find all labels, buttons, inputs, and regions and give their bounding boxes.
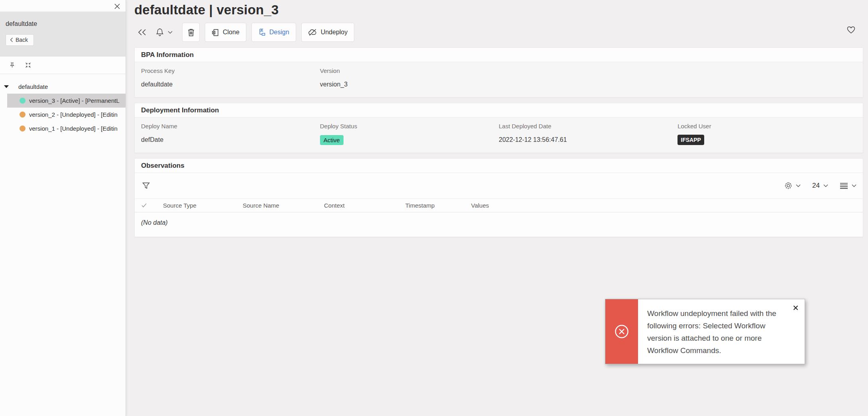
observations-title: Observations [135,159,863,173]
cloud-slash-undeploy-icon [308,29,317,36]
tree-root-label: defaultdate [18,83,48,90]
chevron-down-icon [852,184,856,187]
clone-button-label: Clone [223,29,240,36]
status-dot-active-icon [20,98,26,104]
field-label: Locked User [678,123,856,130]
sidebar-title: defaultdate [6,20,120,27]
field-value: 2022-12-12 13:56:47.61 [499,135,678,145]
field-process-key: Process Key defaultdate [141,67,320,90]
field-deploy-status: Deploy Status Active [320,123,499,145]
pin-icon[interactable] [7,61,17,70]
workflow-design-icon [258,28,266,36]
status-dot-inactive-icon [20,112,26,118]
sidebar-header: defaultdate Back [0,12,126,57]
page-size-control[interactable]: 24 [812,182,828,190]
undeploy-button-label: Undeploy [321,29,348,36]
notifications-bell-icon[interactable] [156,23,164,42]
tree-item-version-1[interactable]: version_1 - [Undeployed] - [Editin [7,122,126,135]
field-value: defaultdate [141,79,320,90]
design-button-label: Design [269,29,289,36]
bpa-information-title: BPA Information [135,48,863,62]
page-title: defaultdate | version_3 [134,2,863,18]
toolbar: Clone Design Undeploy [134,23,863,42]
chevron-down-icon [823,184,828,187]
field-label: Deploy Status [320,123,499,130]
tree-item-version-2[interactable]: version_2 - [Undeployed] - [Editin [7,108,126,122]
status-badge-active: Active [320,135,344,145]
back-button[interactable]: Back [6,34,34,46]
sidebar-top-strip [0,0,126,12]
sidebar: defaultdate Back defaultdate version_3 -… [0,0,126,416]
locked-user-badge: IFSAPP [678,135,704,145]
caret-down-icon [4,85,9,88]
toast-message: Workflow undeployment failed with the fo… [638,299,805,364]
filter-icon[interactable] [141,181,151,190]
no-data-message: (No data) [135,212,863,237]
field-deploy-name: Deploy Name defDate [141,123,320,145]
column-header-context[interactable]: Context [324,202,405,209]
toast-accent-strip [605,299,638,364]
version-tree: defaultdate version_3 - [Active] - [Perm… [0,74,126,135]
column-header-timestamp[interactable]: Timestamp [405,202,471,209]
undeploy-button[interactable]: Undeploy [301,23,355,42]
error-toast: Workflow undeployment failed with the fo… [605,299,805,364]
field-locked-user: Locked User IFSAPP [678,123,856,145]
row-density-control[interactable] [840,182,856,189]
status-dot-inactive-icon [20,126,26,131]
rows-list-icon [840,182,848,189]
sidebar-tree-toolbar [0,57,126,74]
delete-button[interactable] [182,23,200,42]
clone-button[interactable]: Clone [205,23,246,42]
design-button[interactable]: Design [251,23,296,42]
error-circle-x-icon [613,323,630,340]
clone-icon [212,28,219,37]
field-version: Version version_3 [320,67,499,90]
favorite-heart-icon[interactable] [847,26,855,34]
bpa-information-panel: BPA Information Process Key defaultdate … [134,47,863,98]
close-icon[interactable] [112,2,122,11]
deployment-information-title: Deployment Information [135,103,863,118]
field-label: Last Deployed Date [499,123,678,130]
collapse-all-icon[interactable] [23,61,33,70]
field-value: version_3 [320,79,499,90]
column-header-source-name[interactable]: Source Name [243,202,324,209]
field-label: Version [320,67,499,74]
tree-root-defaultdate[interactable]: defaultdate [0,80,126,94]
field-last-deployed-date: Last Deployed Date 2022-12-12 13:56:47.6… [499,123,678,145]
column-header-source-type[interactable]: Source Type [163,202,243,209]
field-label: Deploy Name [141,123,320,130]
observations-toolbar: 24 [135,173,863,198]
chevron-down-icon [796,184,801,187]
back-button-label: Back [16,37,28,43]
bell-dropdown-chevron-icon[interactable] [168,23,173,42]
deployment-information-panel: Deployment Information Deploy Name defDa… [134,103,863,153]
field-value: defDate [141,135,320,145]
tree-item-version-3[interactable]: version_3 - [Active] - [PermanentL [7,94,126,108]
select-all-check-icon[interactable] [135,203,163,208]
column-header-values[interactable]: Values [471,202,863,209]
tree-item-label: version_3 - [Active] - [PermanentL [29,97,120,104]
trash-icon [187,28,195,37]
tree-item-label: version_2 - [Undeployed] - [Editin [29,111,118,118]
toast-close-icon[interactable] [791,304,799,312]
observations-panel: Observations 24 [134,158,863,237]
gear-icon [784,182,792,190]
chevron-left-icon [10,37,13,42]
field-label: Process Key [141,67,320,74]
tree-item-label: version_1 - [Undeployed] - [Editin [29,125,118,132]
page-size-value: 24 [812,182,820,190]
collapse-header-icon[interactable] [135,23,149,42]
observations-table-header: Source Type Source Name Context Timestam… [135,198,863,212]
table-settings-control[interactable] [784,182,801,190]
